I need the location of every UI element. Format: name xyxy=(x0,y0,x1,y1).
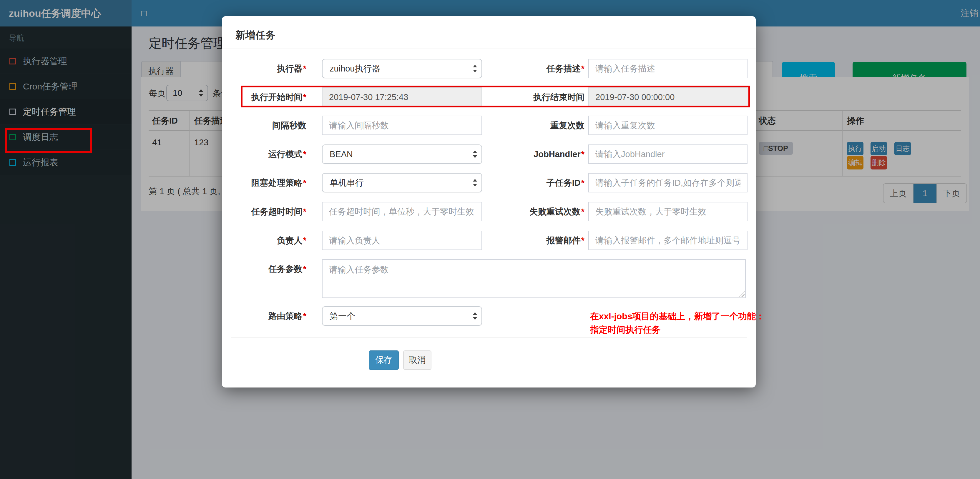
required-mark: * xyxy=(581,150,584,159)
required-mark: * xyxy=(581,236,584,245)
select-arrows-icon xyxy=(472,312,477,320)
job-desc-input[interactable] xyxy=(588,59,748,78)
owner-input[interactable] xyxy=(322,231,482,250)
required-mark: * xyxy=(303,207,306,216)
modal-header-divider xyxy=(222,49,756,49)
app-window: zuihou任务调度中心 □ 注销 导航 执行器管理 Cron任务管理 定时任务… xyxy=(0,0,980,479)
alarm-email-input[interactable] xyxy=(588,231,748,250)
alarm-email-label: 报警邮件* xyxy=(487,231,584,250)
owner-label: 负责人* xyxy=(228,231,306,250)
required-mark: * xyxy=(303,178,306,188)
timeout-label: 任务超时时间* xyxy=(228,202,306,221)
retry-input[interactable] xyxy=(588,202,748,221)
repeat-label: 重复次数 xyxy=(487,116,584,135)
required-mark: * xyxy=(303,64,306,73)
job-desc-label: 任务描述* xyxy=(487,59,584,78)
required-mark: * xyxy=(303,311,306,321)
end-time-label: 执行结束时间 xyxy=(487,88,584,107)
required-mark: * xyxy=(581,64,584,73)
child-job-label: 子任务ID* xyxy=(487,173,584,193)
select-arrows-icon xyxy=(472,150,477,159)
required-mark: * xyxy=(303,92,306,102)
timeout-input[interactable] xyxy=(322,202,482,221)
job-handler-label: JobHandler* xyxy=(487,145,584,164)
interval-input[interactable] xyxy=(322,116,482,135)
modal-footer-divider xyxy=(231,337,747,338)
run-mode-select[interactable]: BEAN xyxy=(322,145,482,164)
add-task-modal: 新增任务 执行器* zuihou执行器 任务描述* 执行开始时间* 执行结束时间… xyxy=(222,16,756,387)
select-arrows-icon xyxy=(472,64,477,73)
feature-note-line2: 指定时间执行任务 xyxy=(590,323,661,336)
job-param-label: 任务参数* xyxy=(228,259,306,278)
end-time-input[interactable] xyxy=(588,88,748,107)
job-param-textarea[interactable] xyxy=(322,259,746,298)
interval-label: 间隔秒数 xyxy=(228,116,306,135)
executor-label: 执行器* xyxy=(228,59,306,78)
save-button[interactable]: 保存 xyxy=(369,350,399,370)
repeat-input[interactable] xyxy=(588,116,748,135)
start-time-input[interactable] xyxy=(322,88,482,107)
cancel-button[interactable]: 取消 xyxy=(403,350,431,370)
route-strategy-select[interactable]: 第一个 xyxy=(322,306,482,326)
modal-title: 新增任务 xyxy=(235,29,275,42)
route-strategy-label: 路由策略* xyxy=(228,306,306,326)
block-strategy-label: 阻塞处理策略* xyxy=(228,173,306,193)
required-mark: * xyxy=(581,207,584,216)
required-mark: * xyxy=(581,178,584,188)
select-arrows-icon xyxy=(472,178,477,187)
child-job-input[interactable] xyxy=(588,173,748,193)
required-mark: * xyxy=(303,150,306,159)
feature-note-line1: 在xxl-jobs项目的基础上，新增了一个功能： xyxy=(590,310,765,323)
executor-select[interactable]: zuihou执行器 xyxy=(322,59,482,78)
job-handler-input[interactable] xyxy=(588,145,748,164)
start-time-label: 执行开始时间* xyxy=(228,88,306,107)
required-mark: * xyxy=(303,264,306,274)
block-strategy-select[interactable]: 单机串行 xyxy=(322,173,482,193)
required-mark: * xyxy=(303,236,306,245)
retry-label: 失败重试次数* xyxy=(487,202,584,221)
run-mode-label: 运行模式* xyxy=(228,145,306,164)
